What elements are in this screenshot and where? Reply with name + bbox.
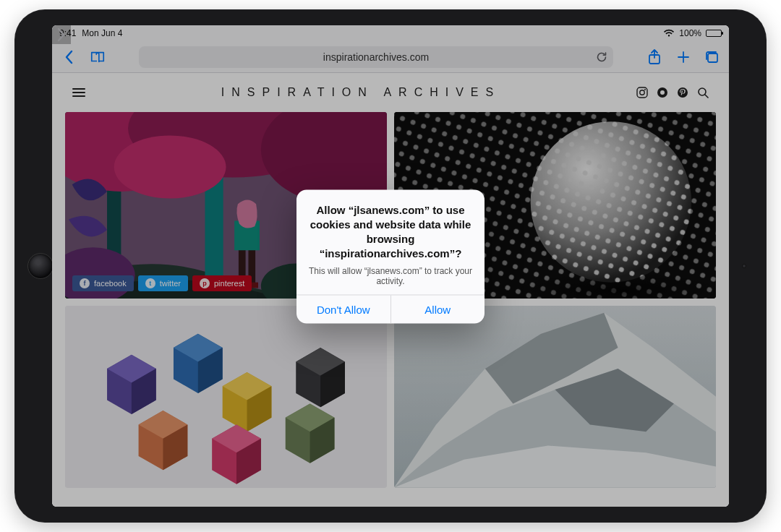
front-camera [742,264,746,268]
home-button[interactable] [27,253,54,279]
dont-allow-button[interactable]: Don't Allow [296,295,390,323]
permission-dialog: Allow “jlsanews.com” to use cookies and … [296,189,485,323]
dialog-subtitle: This will allow “jlsanews.com” to track … [308,265,473,286]
allow-button[interactable]: Allow [390,295,485,323]
dialog-title: Allow “jlsanews.com” to use cookies and … [308,202,473,261]
screen: 9:41 Mon Jun 4 100% insp [52,25,729,507]
ipad-device-frame: 9:41 Mon Jun 4 100% insp [14,9,767,523]
